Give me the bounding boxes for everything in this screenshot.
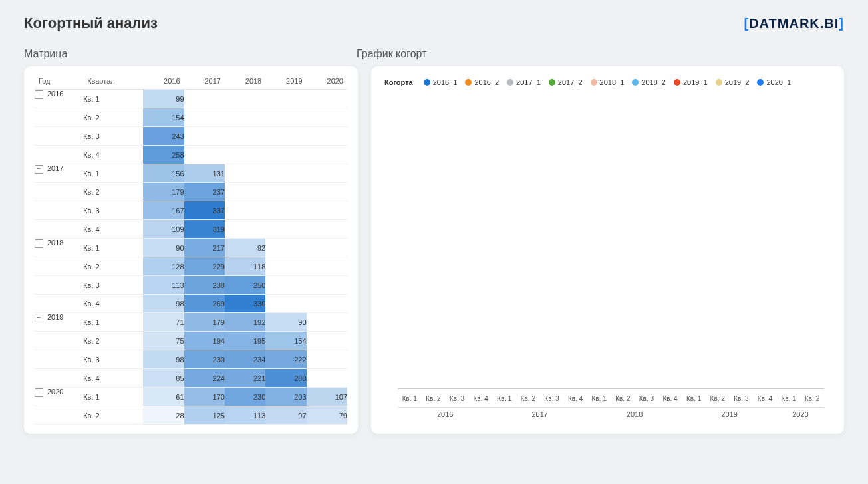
matrix-cell: 90	[265, 313, 306, 332]
matrix-cell	[265, 201, 306, 220]
legend-item[interactable]: 2017_1	[507, 78, 541, 86]
axis-quarter-label: Кв. 2	[422, 395, 446, 402]
col-header: 2016	[143, 73, 184, 90]
legend-item[interactable]: 2019_2	[716, 78, 750, 86]
quarter-label: Кв. 2	[83, 108, 143, 127]
collapse-icon[interactable]: −	[35, 165, 43, 174]
legend-text: 2019_2	[725, 78, 750, 86]
matrix-cell	[225, 90, 265, 108]
matrix-cell: 125	[184, 406, 225, 425]
matrix-cell: 337	[184, 201, 225, 220]
matrix-cell: 192	[225, 313, 265, 332]
collapse-icon[interactable]: −	[35, 388, 43, 397]
axis-year-label: 2016	[398, 407, 492, 418]
axis-quarter-label: Кв. 2	[706, 395, 730, 402]
matrix-cell	[265, 183, 306, 201]
legend-swatch	[465, 79, 472, 86]
matrix-cell	[265, 108, 306, 127]
year-label: 2019	[47, 313, 63, 321]
legend-swatch	[757, 79, 764, 86]
matrix-cell: 194	[184, 332, 225, 350]
matrix-cell: 269	[184, 295, 225, 313]
matrix-cell	[307, 146, 347, 164]
matrix-cell: 118	[225, 257, 265, 276]
axis-quarter-label: Кв. 4	[563, 395, 587, 402]
year-label: 2020	[47, 388, 63, 396]
quarter-label: Кв. 2	[83, 332, 143, 350]
matrix-cell	[184, 108, 225, 127]
matrix-cell	[184, 90, 225, 108]
matrix-cell	[307, 239, 347, 257]
quarter-label: Кв. 1	[83, 239, 143, 257]
axis-quarter-label: Кв. 4	[753, 395, 777, 402]
legend-item[interactable]: 2016_2	[465, 78, 499, 86]
matrix-cell: 217	[184, 239, 225, 257]
axis-year-label: 2018	[587, 407, 682, 418]
legend-text: 2017_1	[516, 78, 541, 86]
legend-item[interactable]: 2019_1	[674, 78, 708, 86]
quarter-label: Кв. 4	[83, 146, 143, 164]
matrix-cell	[225, 108, 265, 127]
quarter-label: Кв. 3	[83, 127, 143, 146]
matrix-cell	[265, 239, 306, 257]
logo: [DATMARK.BI]	[744, 16, 844, 31]
matrix-cell: 288	[265, 369, 306, 388]
matrix-cell: 107	[307, 388, 347, 406]
matrix-cell: 113	[143, 276, 184, 295]
legend-item[interactable]: 2018_1	[591, 78, 625, 86]
matrix-cell: 170	[184, 388, 225, 406]
matrix-cell	[307, 350, 347, 369]
matrix-cell: 234	[225, 350, 265, 369]
section-title-matrix: Матрица	[24, 48, 343, 60]
legend-item[interactable]: 2018_2	[632, 78, 666, 86]
axis-quarter-label: Кв. 1	[682, 395, 706, 402]
collapse-icon[interactable]: −	[35, 314, 43, 322]
matrix-cell	[225, 146, 265, 164]
legend-text: 2017_2	[558, 78, 583, 86]
matrix-cell: 128	[143, 257, 184, 276]
matrix-cell	[184, 146, 225, 164]
matrix-cell	[307, 313, 347, 332]
legend-item[interactable]: 2020_1	[757, 78, 791, 86]
quarter-label: Кв. 3	[83, 201, 143, 220]
matrix-cell	[307, 220, 347, 239]
quarter-label: Кв. 2	[83, 406, 143, 425]
matrix-cell	[265, 90, 306, 108]
matrix-cell: 131	[184, 164, 225, 183]
matrix-cell	[265, 164, 306, 183]
matrix-cell	[265, 276, 306, 295]
matrix-cell: 61	[143, 388, 184, 406]
matrix-cell	[307, 127, 347, 146]
axis-year-label: 2020	[777, 407, 824, 418]
legend-swatch	[674, 79, 680, 86]
table-row: Кв. 398230234222	[35, 350, 347, 369]
table-row: Кв. 2179237	[35, 183, 347, 201]
cohort-chart: Кв. 1Кв. 2Кв. 3Кв. 4Кв. 1Кв. 2Кв. 3Кв. 4…	[384, 92, 831, 427]
table-row: Кв. 4109319	[35, 220, 347, 239]
collapse-icon[interactable]: −	[35, 239, 43, 248]
section-title-chart: График когорт	[357, 48, 844, 60]
legend-swatch	[507, 79, 513, 86]
quarter-label: Кв. 4	[83, 220, 143, 239]
axis-quarter-label: Кв. 2	[800, 395, 824, 402]
matrix-cell: 156	[143, 164, 184, 183]
table-row: −2016Кв. 199	[35, 90, 347, 108]
matrix-cell	[265, 146, 306, 164]
matrix-cell: 222	[265, 350, 306, 369]
axis-quarter-label: Кв. 4	[658, 395, 682, 402]
legend-swatch	[632, 79, 639, 86]
quarter-label: Кв. 4	[83, 295, 143, 313]
table-row: Кв. 4258	[35, 146, 347, 164]
matrix-cell: 28	[143, 406, 184, 425]
matrix-cell: 319	[184, 220, 225, 239]
matrix-cell: 109	[143, 220, 184, 239]
matrix-cell	[265, 257, 306, 276]
year-label: 2017	[47, 164, 63, 172]
axis-quarter-label: Кв. 1	[398, 395, 422, 402]
matrix-cell: 230	[225, 388, 265, 406]
collapse-icon[interactable]: −	[35, 90, 43, 99]
legend-item[interactable]: 2016_1	[424, 78, 458, 86]
legend-item[interactable]: 2017_2	[549, 78, 583, 86]
table-row: Кв. 3113238250	[35, 276, 347, 295]
year-label: 2018	[47, 239, 63, 247]
